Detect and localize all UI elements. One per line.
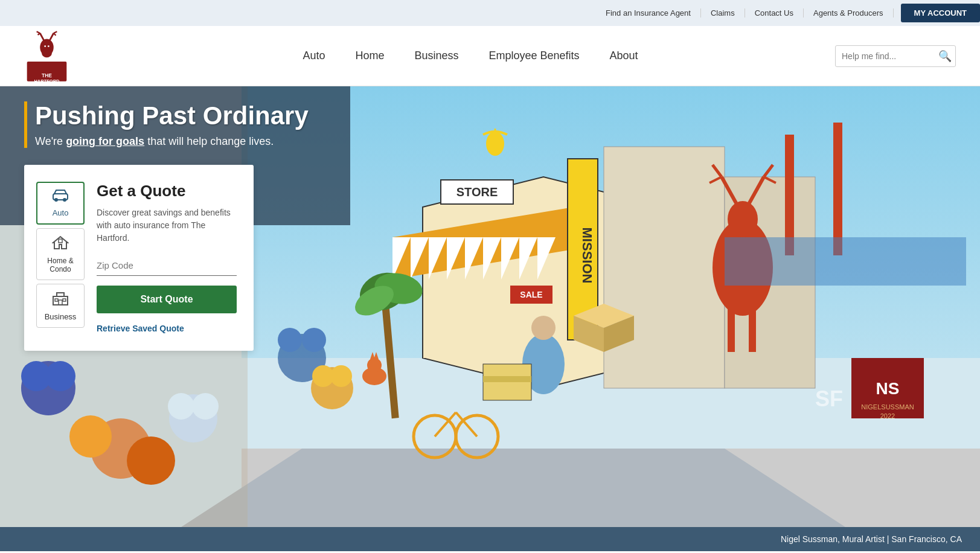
svg-marker-91 <box>54 190 66 194</box>
nav-home[interactable]: Home <box>355 50 384 62</box>
retrieve-saved-quote-link[interactable]: Retrieve Saved Quote <box>97 324 184 333</box>
auto-tab-icon <box>51 189 69 206</box>
svg-line-7 <box>38 33 40 35</box>
svg-point-87 <box>486 132 504 156</box>
search-input[interactable] <box>842 51 938 61</box>
svg-point-61 <box>367 358 382 372</box>
business-tab-icon <box>52 290 69 310</box>
quote-content: Get a Quote Discover great savings and b… <box>97 182 237 334</box>
logo-area[interactable]: THE HARTFORD <box>24 30 69 82</box>
svg-text:MISSION: MISSION <box>580 228 595 284</box>
svg-rect-98 <box>59 300 62 305</box>
svg-rect-99 <box>55 299 58 301</box>
svg-point-80 <box>168 393 194 420</box>
business-tab-label: Business <box>45 312 77 321</box>
accent-bar <box>24 101 27 148</box>
quote-tab-auto[interactable]: Auto <box>36 182 85 225</box>
svg-rect-42 <box>728 304 735 352</box>
hero-section: STORE MISSION <box>0 86 980 527</box>
quote-tab-business[interactable]: Business <box>36 284 85 328</box>
svg-text:STORE: STORE <box>456 185 498 199</box>
auto-tab-label: Auto <box>53 208 69 217</box>
hartford-logo: THE HARTFORD <box>24 30 69 82</box>
quote-card: Auto Home & Condo <box>24 165 254 351</box>
claims-link[interactable]: Claims <box>701 8 745 18</box>
svg-rect-89 <box>483 376 531 382</box>
search-icon[interactable]: 🔍 <box>938 50 952 63</box>
svg-text:NIGELSUSSMAN: NIGELSUSSMAN <box>861 403 914 411</box>
hero-subtitle: We're going for goals that will help cha… <box>35 135 309 148</box>
svg-point-51 <box>531 316 556 340</box>
svg-point-11 <box>44 45 46 47</box>
zip-code-input[interactable] <box>97 255 237 276</box>
utility-bar: Find an Insurance Agent Claims Contact U… <box>0 0 980 26</box>
hero-text: Pushing Past Ordinary We're going for go… <box>24 101 309 148</box>
my-account-button[interactable]: MY ACCOUNT <box>901 4 980 22</box>
svg-point-92 <box>54 198 58 202</box>
footer-caption-bar: Nigel Sussman, Mural Artist | San Franci… <box>0 527 980 551</box>
find-agent-link[interactable]: Find an Insurance Agent <box>596 8 701 18</box>
svg-text:SF: SF <box>815 386 843 411</box>
svg-rect-95 <box>59 239 62 243</box>
svg-marker-97 <box>57 293 64 296</box>
home-tab-icon <box>52 235 69 254</box>
svg-text:NS: NS <box>876 379 900 398</box>
svg-point-93 <box>63 198 66 202</box>
svg-point-4 <box>42 48 52 57</box>
svg-line-5 <box>40 33 44 40</box>
svg-text:THE: THE <box>42 72 52 78</box>
svg-text:HARTFORD: HARTFORD <box>34 78 60 82</box>
hero-title: Pushing Past Ordinary <box>35 101 309 130</box>
svg-point-75 <box>127 436 175 485</box>
nav-employee-benefits[interactable]: Employee Benefits <box>488 50 579 62</box>
svg-rect-30 <box>604 147 725 388</box>
svg-point-46 <box>302 328 326 352</box>
nav-business[interactable]: Business <box>414 50 458 62</box>
svg-point-35 <box>728 201 758 237</box>
svg-rect-43 <box>749 304 756 352</box>
svg-line-8 <box>50 33 54 40</box>
quote-description: Discover great savings and benefits with… <box>97 206 237 245</box>
svg-text:SALE: SALE <box>520 290 542 299</box>
svg-rect-66 <box>725 237 966 286</box>
quote-tabs: Auto Home & Condo <box>36 182 85 334</box>
main-nav: THE HARTFORD Auto Home Business Employee… <box>0 26 980 86</box>
svg-point-49 <box>330 365 352 387</box>
svg-point-45 <box>278 328 302 352</box>
svg-line-10 <box>54 33 56 36</box>
svg-point-12 <box>48 45 50 47</box>
svg-point-74 <box>69 415 112 458</box>
start-quote-button[interactable]: Start Quote <box>97 286 237 313</box>
home-tab-label: Home & Condo <box>44 257 77 273</box>
contact-link[interactable]: Contact Us <box>745 8 804 18</box>
nav-links: Auto Home Business Employee Benefits Abo… <box>106 50 835 62</box>
quote-tab-home[interactable]: Home & Condo <box>36 228 85 280</box>
agents-link[interactable]: Agents & Producers <box>804 8 894 18</box>
nav-auto[interactable]: Auto <box>303 50 325 62</box>
get-quote-title: Get a Quote <box>97 182 237 200</box>
going-for-goals-link[interactable]: going for goals <box>66 135 144 147</box>
search-area[interactable]: 🔍 <box>835 45 956 67</box>
svg-point-81 <box>192 393 219 420</box>
svg-rect-65 <box>833 123 842 255</box>
caption-text: Nigel Sussman, Mural Artist | San Franci… <box>781 534 962 544</box>
svg-rect-100 <box>63 299 66 301</box>
svg-point-78 <box>45 361 75 391</box>
nav-about[interactable]: About <box>610 50 638 62</box>
svg-text:2022: 2022 <box>880 412 895 420</box>
